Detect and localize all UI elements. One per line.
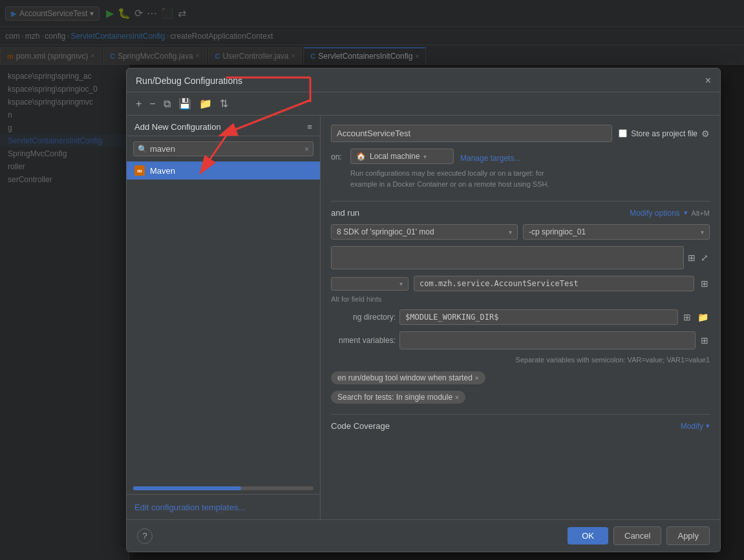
field-hints: Alt for field hints (331, 295, 710, 303)
class-input[interactable] (414, 276, 694, 291)
section-title: and run (331, 208, 359, 218)
tag-label-2: Search for tests: In single module (337, 393, 452, 402)
text-area-row: ⊞ ⤢ (331, 246, 710, 269)
store-as-project-label: Store as project file (631, 129, 697, 138)
sort-config-button[interactable]: ⇅ (217, 96, 231, 111)
code-coverage-row: Code Coverage Modify ▾ (331, 414, 710, 431)
dialog-close-button[interactable]: × (705, 75, 711, 87)
tag-search-tests: Search for tests: In single module × (331, 391, 465, 404)
dialog-right-panel: Store as project file ⚙ on: 🏠 Local mach… (321, 116, 720, 519)
class-browse-btn[interactable]: ⊞ (699, 277, 710, 290)
remove-config-button[interactable]: − (147, 97, 158, 111)
machine-select[interactable]: 🏠 Local machine ▾ (350, 149, 454, 164)
env-vars-input[interactable] (399, 331, 696, 349)
tag-label-1: en run/debug tool window when started (337, 373, 473, 382)
run-debug-configurations-dialog: Run/Debug Configurations × + − ⧉ 💾 📁 ⇅ A… (126, 68, 721, 552)
env-vars-btn[interactable]: ⊞ (699, 334, 710, 347)
dialog-body: Add New Configuration ≡ 🔍 × m Maven Edit… (127, 116, 720, 519)
add-new-config-label: Add New Configuration (134, 122, 221, 132)
modify-link[interactable]: Modify (681, 422, 703, 431)
machine-label-text: on: (331, 149, 344, 161)
name-row: Store as project file ⚙ (331, 125, 710, 142)
maven-icon: m (134, 165, 145, 176)
modify-options-arrow: ▾ (684, 209, 688, 217)
search-input[interactable] (150, 144, 302, 154)
config-list: m Maven (127, 161, 320, 482)
collapse-button[interactable]: ≡ (307, 122, 312, 132)
working-dir-row: ng directory: ⊞ 📁 (331, 309, 710, 325)
working-dir-label: ng directory: (331, 313, 396, 322)
ok-button[interactable]: OK (568, 527, 608, 544)
working-dir-input[interactable] (399, 309, 678, 325)
sep-hint: Separate variables with semicolon: VAR=v… (331, 356, 710, 364)
config-name-input[interactable] (331, 125, 612, 142)
cp-arrow-icon: ▾ (701, 229, 704, 236)
cp-value: -cp springioc_01 (529, 227, 586, 236)
sdk-value: 8 SDK of 'springioc_01' mod (337, 227, 434, 236)
tag-close-1[interactable]: × (475, 375, 479, 382)
tag-close-2[interactable]: × (455, 394, 459, 401)
search-icon: 🔍 (138, 145, 147, 154)
tag-tool-window: en run/debug tool window when started × (331, 371, 485, 384)
chevron-down-icon: ▾ (423, 153, 427, 160)
env-vars-label: nment variables: (331, 336, 396, 345)
search-box[interactable]: 🔍 × (133, 141, 314, 156)
shortcut-label: Alt+M (692, 209, 710, 217)
list-item-maven[interactable]: m Maven (127, 161, 320, 180)
apply-button[interactable]: Apply (666, 526, 710, 545)
dialog-title-bar: Run/Debug Configurations × (127, 68, 720, 92)
class-select[interactable]: ▾ (331, 277, 409, 291)
edit-templates-link[interactable]: Edit configuration templates... (134, 503, 245, 512)
progress-bar (133, 486, 314, 490)
tags-row-2: Search for tests: In single module × (331, 391, 710, 404)
store-as-project-row: Store as project file ⚙ (619, 129, 710, 139)
env-vars-row: nment variables: ⊞ (331, 331, 710, 349)
class-select-arrow: ▾ (399, 280, 403, 287)
dialog-title: Run/Debug Configurations (136, 76, 242, 86)
dialog-toolbar: + − ⧉ 💾 📁 ⇅ (127, 92, 720, 116)
copy-config-button[interactable]: ⧉ (161, 97, 173, 111)
dialog-left-panel: Add New Configuration ≡ 🔍 × m Maven Edit… (127, 116, 321, 519)
progress-bar-fill (133, 486, 241, 490)
program-args-input[interactable] (331, 246, 684, 269)
fullscreen-text-btn[interactable]: ⤢ (699, 251, 710, 264)
folder-config-button[interactable]: 📁 (197, 96, 215, 111)
add-new-config-header: Add New Configuration ≡ (127, 116, 320, 136)
save-config-button[interactable]: 💾 (176, 96, 194, 111)
machine-hint: Run configurations may be executed local… (350, 168, 710, 189)
maven-label: Maven (150, 166, 175, 176)
clear-search-icon[interactable]: × (304, 145, 309, 154)
home-icon: 🏠 (356, 152, 366, 161)
help-button[interactable]: ? (137, 528, 153, 544)
class-row: ▾ ⊞ (331, 276, 710, 291)
store-gear-button[interactable]: ⚙ (701, 129, 710, 139)
dialog-left-footer: Edit configuration templates... (127, 494, 320, 519)
tags-row: en run/debug tool window when started × (331, 371, 710, 384)
footer-buttons: OK Cancel Apply (568, 526, 710, 545)
machine-value: Local machine (370, 152, 420, 161)
section-header-row: and run Modify options ▾ Alt+M (331, 201, 710, 218)
manage-targets-link[interactable]: Manage targets... (460, 150, 520, 163)
dialog-footer: ? OK Cancel Apply (127, 519, 720, 552)
cp-select[interactable]: -cp springioc_01 ▾ (523, 224, 710, 240)
working-dir-browse-btn[interactable]: 📁 (696, 311, 710, 324)
working-dir-copy-btn[interactable]: ⊞ (682, 311, 692, 324)
cancel-button[interactable]: Cancel (613, 526, 661, 545)
sdk-row: 8 SDK of 'springioc_01' mod ▾ -cp spring… (331, 224, 710, 240)
add-config-button[interactable]: + (133, 97, 144, 111)
machine-row: on: 🏠 Local machine ▾ Manage targets... … (331, 149, 710, 197)
sdk-select[interactable]: 8 SDK of 'springioc_01' mod ▾ (331, 224, 518, 240)
store-as-project-checkbox[interactable] (619, 129, 627, 138)
code-coverage-label: Code Coverage (331, 421, 390, 431)
sdk-arrow-icon: ▾ (509, 229, 512, 236)
expand-text-btn[interactable]: ⊞ (686, 251, 697, 264)
modify-arrow-icon: ▾ (706, 422, 710, 430)
modify-options-link[interactable]: Modify options (630, 209, 679, 218)
